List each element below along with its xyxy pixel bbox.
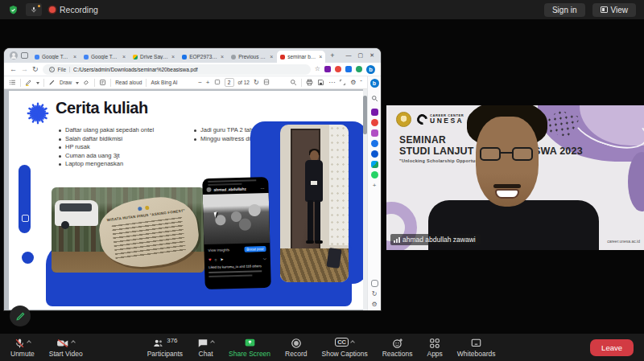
zoom-out-button[interactable]: − — [198, 80, 202, 86]
tab-close-icon[interactable]: × — [171, 54, 175, 59]
tab-close-icon[interactable]: × — [319, 54, 322, 59]
chat-button[interactable]: Chat — [190, 334, 221, 361]
sidebar-window-icon[interactable] — [371, 280, 378, 287]
tab-label: seminar beasiswa.pdf — [287, 54, 316, 59]
ask-bing-ai-button[interactable]: Ask Bing AI — [151, 80, 177, 85]
whatsapp-icon[interactable] — [371, 171, 378, 178]
sidebar-app-icon[interactable] — [371, 109, 378, 116]
url-scheme-chip: File — [58, 67, 70, 72]
sidebar-app-icon[interactable] — [371, 119, 378, 126]
extension-icon[interactable] — [356, 66, 362, 72]
highlight-icon[interactable] — [25, 79, 32, 87]
tab-close-icon[interactable]: × — [221, 54, 224, 59]
share-screen-button[interactable]: Share Screen — [221, 334, 278, 361]
unmute-options-chevron-icon[interactable] — [27, 340, 31, 345]
more-tools-icon[interactable]: ⋯ — [328, 80, 335, 86]
sign-in-button[interactable]: Sign in — [544, 3, 585, 17]
tab-actions-icon[interactable] — [21, 52, 28, 59]
favorite-star-icon[interactable]: ☆ — [315, 66, 320, 72]
annotate-button[interactable] — [10, 306, 31, 326]
highlight-dropdown-icon[interactable] — [36, 82, 39, 86]
sidebar-add-icon[interactable]: + — [373, 182, 377, 189]
record-label: Record — [285, 351, 307, 358]
draw-pen-icon[interactable] — [48, 79, 56, 87]
instagram-username: ahmad_abdullahz — [214, 187, 258, 191]
minimize-button[interactable]: — — [346, 52, 352, 59]
start-video-button[interactable]: Start Video — [42, 334, 90, 361]
sidebar-refresh-icon[interactable]: ↻ — [372, 290, 378, 297]
fit-page-icon[interactable] — [214, 79, 221, 86]
chat-label: Chat — [199, 351, 213, 358]
show-captions-button[interactable]: CC Show Captions — [314, 334, 374, 361]
close-button[interactable]: ✕ — [369, 52, 374, 59]
extension-icon[interactable] — [335, 66, 341, 72]
extension-icon[interactable] — [324, 66, 331, 72]
participants-button[interactable]: 376 Participants — [140, 334, 190, 361]
record-button[interactable]: Record — [278, 334, 314, 361]
sidebar-app-icon[interactable] — [371, 140, 378, 147]
draw-button[interactable]: Draw — [60, 80, 72, 85]
page-number-input[interactable] — [225, 78, 234, 87]
pdf-toc-icon[interactable] — [9, 79, 16, 87]
print-icon[interactable] — [306, 79, 313, 87]
maximize-button[interactable]: ▢ — [358, 52, 364, 59]
audio-status-icon[interactable] — [26, 3, 42, 16]
zoom-in-button[interactable]: + — [206, 80, 210, 86]
back-button[interactable]: ← — [10, 66, 17, 73]
unmute-button[interactable]: Unmute — [3, 334, 42, 361]
sidebar-app-icon[interactable] — [371, 161, 378, 168]
browser-profile-icon[interactable] — [10, 51, 18, 59]
rotate-page-icon[interactable]: ↻ — [254, 80, 259, 86]
page-info-icon[interactable]: i — [49, 67, 55, 72]
bing-chat-icon[interactable]: b — [370, 79, 379, 88]
tab-close-icon[interactable]: × — [73, 54, 76, 59]
reactions-button[interactable]: Reactions — [375, 334, 420, 361]
new-tab-button[interactable]: + — [326, 51, 338, 59]
tab-previous-special[interactable]: Previous Special Pro × — [228, 51, 276, 63]
reload-button[interactable]: ↻ — [32, 66, 39, 73]
erase-icon[interactable] — [83, 79, 90, 87]
sidebar-search-icon[interactable] — [371, 91, 378, 105]
sidebar-app-icon[interactable] — [371, 129, 378, 137]
pdf-scrollbar[interactable] — [363, 89, 367, 310]
view-button[interactable]: View — [592, 3, 637, 17]
tab-close-icon[interactable]: × — [122, 54, 126, 59]
shared-screen-stage: Google Terjemahan × Google Terjemahan × … — [0, 19, 644, 334]
apps-button[interactable]: Apps — [419, 334, 449, 361]
tab-google-terjemahan-1[interactable]: Google Terjemahan × — [31, 51, 80, 63]
photo-speaker-at-door — [280, 125, 349, 282]
pdf-content-area[interactable]: Cerita kuliah Daftar ulang pakai sepedah… — [4, 89, 367, 310]
encryption-shield-icon[interactable] — [8, 5, 19, 15]
draw-dropdown-icon[interactable] — [76, 82, 79, 86]
text-select-icon[interactable] — [99, 79, 106, 87]
sidebar-app-icon[interactable] — [371, 150, 378, 158]
whiteboards-button[interactable]: Whiteboards — [450, 334, 503, 361]
address-field[interactable]: i File C:/Users/admin/Downloads/seminar%… — [43, 64, 311, 75]
tab-google-terjemahan-2[interactable]: Google Terjemahan × — [80, 51, 129, 63]
extension-icon[interactable] — [345, 66, 352, 72]
bing-discover-icon[interactable]: b — [366, 65, 375, 74]
forward-button[interactable]: → — [21, 66, 28, 73]
collapse-toolbar-icon[interactable]: ˆ — [360, 80, 362, 86]
tab-close-icon[interactable]: × — [270, 54, 273, 59]
speaker-video-tile[interactable]: CAREER CENTER UNESA SEMINAR STUDI LANJUT… — [386, 105, 644, 250]
leave-button[interactable]: Leave — [590, 339, 634, 356]
reactions-label: Reactions — [382, 351, 413, 358]
show-captions-label: Show Captions — [321, 351, 367, 358]
scrollbar-thumb[interactable] — [363, 96, 367, 134]
tab-drive[interactable]: Drive Saya - Google × — [130, 51, 178, 63]
captions-options-chevron-icon[interactable] — [350, 340, 355, 345]
search-icon[interactable] — [290, 79, 297, 87]
divider — [43, 79, 44, 87]
read-aloud-button[interactable]: Read aloud — [115, 80, 142, 85]
video-options-chevron-icon[interactable] — [71, 340, 76, 345]
sidebar-settings-icon[interactable]: ⚙ — [371, 301, 377, 308]
pdf-viewer: Draw Read aloud Ask Bing AI — [4, 76, 367, 310]
pdf-settings-icon[interactable]: ⚙ — [350, 80, 356, 86]
chat-options-chevron-icon[interactable] — [210, 340, 215, 345]
save-icon[interactable] — [317, 79, 324, 87]
fullscreen-icon[interactable] — [339, 79, 346, 87]
tab-document[interactable]: EOP29730_5303942 × — [179, 51, 227, 63]
page-view-icon[interactable] — [263, 79, 270, 86]
tab-seminar-beasiswa-pdf-active[interactable]: seminar beasiswa.pdf × — [277, 51, 325, 63]
